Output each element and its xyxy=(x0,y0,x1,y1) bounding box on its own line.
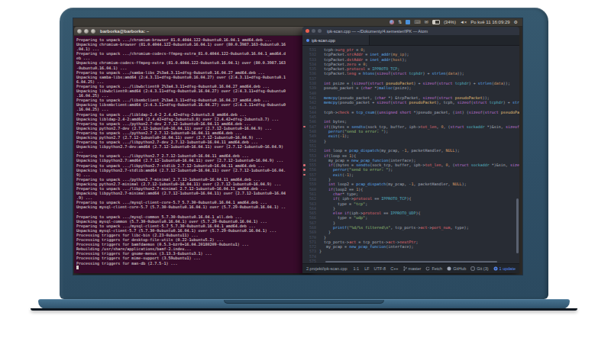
status-1-update[interactable]: 1 update xyxy=(493,266,516,271)
terminal-line: Unpacking libpython2.7-minimal:amd64 (2.… xyxy=(76,191,311,195)
keyboard-indicator-icon[interactable]: ⌨ xyxy=(414,20,421,24)
minimize-button[interactable] xyxy=(312,29,315,33)
branch-icon xyxy=(403,266,407,271)
terminal-cursor xyxy=(76,266,79,269)
terminal-line: Unpacking libpython2.7:amd64 (2.7.12-1ub… xyxy=(76,158,311,163)
status-label: master xyxy=(409,266,422,271)
maximize-button[interactable] xyxy=(91,29,95,34)
tab-ipk-scan[interactable]: ipk-scan.cpp xyxy=(302,35,370,45)
terminal-window: barborka@barborka: ~ Preparing to unpack… xyxy=(74,27,311,273)
github-icon xyxy=(447,266,451,271)
status-label: UTF-8 xyxy=(374,266,386,271)
messaging-indicator-icon[interactable] xyxy=(390,20,394,24)
laptop-lid-notch xyxy=(224,300,384,304)
status-label: C++ xyxy=(390,266,398,271)
line-number: 575 xyxy=(302,259,319,263)
tab-bar: ipk-scan.cpp xyxy=(302,35,519,46)
status-bar: 2.projekt/ipk-scan.cpp 1:1 LFUTF-8C++mas… xyxy=(302,263,519,273)
close-button[interactable] xyxy=(77,29,82,34)
close-button[interactable] xyxy=(306,29,309,33)
status-right: LFUTF-8C++masterFetchGitHubGit (3)1 upda… xyxy=(364,266,516,271)
laptop-screen: ⇅⌨✉(34%)◄×Po kvě 11 16:09:29⚙ barborka@b… xyxy=(73,18,522,275)
system-panel: ⇅⌨✉(34%)◄×Po kvě 11 16:09:29⚙ xyxy=(73,18,522,27)
terminal-line: Unpacking libpython2.7-stdlib:amd64 (2.7… xyxy=(76,168,311,172)
status-git-3[interactable]: Git (3) xyxy=(470,266,488,271)
status-label: GitHub xyxy=(453,266,466,271)
volume-muted-icon[interactable]: ◄× xyxy=(460,20,467,24)
status-label: 1 update xyxy=(499,266,516,271)
lint-error-icon xyxy=(303,126,306,128)
terminal-line: Unpacking libwbclient0:amd64 (2:4.3.11+d… xyxy=(76,89,311,93)
session-gear-icon[interactable]: ⚙ xyxy=(514,20,518,24)
status-label: LF xyxy=(364,266,369,271)
terminal-line: Unpacking libldap-2.4-2:amd64 (2.4.42+df… xyxy=(76,117,311,121)
terminal-line: Unpacking libsmbclient:amd64 (2:4.3.11+d… xyxy=(76,102,311,107)
mail-icon[interactable]: ✉ xyxy=(425,20,428,24)
page: ⇅⌨✉(34%)◄×Po kvě 11 16:09:29⚙ barborka@b… xyxy=(0,0,611,364)
terminal-title: barborka@barborka: ~ xyxy=(100,29,149,34)
status-label: Fetch xyxy=(432,266,442,271)
status-left: 2.projekt/ipk-scan.cpp 1:1 xyxy=(306,266,359,271)
terminal-cursor-line xyxy=(76,266,311,270)
terminal-line: Unpacking mysql-client-core-5.7 (5.7.30-… xyxy=(76,205,311,209)
status-fetch[interactable]: Fetch xyxy=(425,266,442,271)
terminal-line: Unpacking chromium-codecs-ffmpeg-extra (… xyxy=(76,60,311,65)
status-label: Git (3) xyxy=(477,266,488,271)
atom-window-title: ipk-scan.cpp — ~/Dokumenty/4.semester/IP… xyxy=(327,29,428,34)
code-editor[interactable]: 531tcph->urg_ptr = 0;532tcpPacket.srcAdd… xyxy=(302,46,519,263)
atom-titlebar[interactable]: ipk-scan.cpp — ~/Dokumenty/4.semester/IP… xyxy=(302,27,519,35)
update-icon xyxy=(493,266,498,271)
status-utf-8[interactable]: UTF-8 xyxy=(374,266,386,271)
file-path[interactable]: 2.projekt/ipk-scan.cpp xyxy=(306,266,348,271)
lint-error-icon xyxy=(303,169,306,171)
maximize-button[interactable] xyxy=(318,29,322,33)
terminal-titlebar[interactable]: barborka@barborka: ~ xyxy=(74,27,311,36)
app-indicator-icon[interactable] xyxy=(406,20,410,24)
network-arrows-icon[interactable]: ⇅ xyxy=(398,20,402,24)
cursor-position[interactable]: 1:1 xyxy=(354,266,360,271)
terminal-line: Preparing to unpack .../chromium-codecs-… xyxy=(76,51,311,56)
lint-error-icon xyxy=(303,174,306,176)
lint-error-icon xyxy=(303,164,306,166)
battery-icon[interactable] xyxy=(432,20,440,24)
status-github[interactable]: GitHub xyxy=(447,266,466,271)
status-lf[interactable]: LF xyxy=(364,266,369,271)
terminal-output[interactable]: Preparing to unpack .../chromium-browser… xyxy=(74,36,311,273)
code-lines: 531tcph->urg_ptr = 0;532tcpPacket.srcAdd… xyxy=(302,47,519,263)
status-master[interactable]: master xyxy=(403,266,422,271)
laptop-bottom-edge xyxy=(31,308,577,311)
terminal-line: Unpacking samba-libs:amd64 (2:4.3.11+dfs… xyxy=(76,75,311,79)
vertical-scrollbar[interactable] xyxy=(516,198,519,253)
atom-window: ipk-scan.cpp — ~/Dokumenty/4.semester/IP… xyxy=(302,27,519,273)
system-tray: ⇅⌨✉(34%)◄×Po kvě 11 16:09:29⚙ xyxy=(390,20,522,24)
sync-icon xyxy=(425,266,430,271)
status-c[interactable]: C++ xyxy=(390,266,398,271)
file-icon xyxy=(306,39,309,42)
terminal-line: Unpacking chromium-browser (81.0.4044.12… xyxy=(76,42,311,47)
horizontal-scrollbar[interactable] xyxy=(325,261,497,263)
battery-label[interactable]: (34%) xyxy=(444,20,456,24)
clock[interactable]: Po kvě 11 16:09:29 xyxy=(470,20,509,24)
git-icon xyxy=(470,266,475,271)
minimize-button[interactable] xyxy=(84,29,89,34)
terminal-line: Unpacking libpython2.7-dev:amd64 (2.7.12… xyxy=(76,144,311,149)
tab-label: ipk-scan.cpp xyxy=(312,38,335,43)
